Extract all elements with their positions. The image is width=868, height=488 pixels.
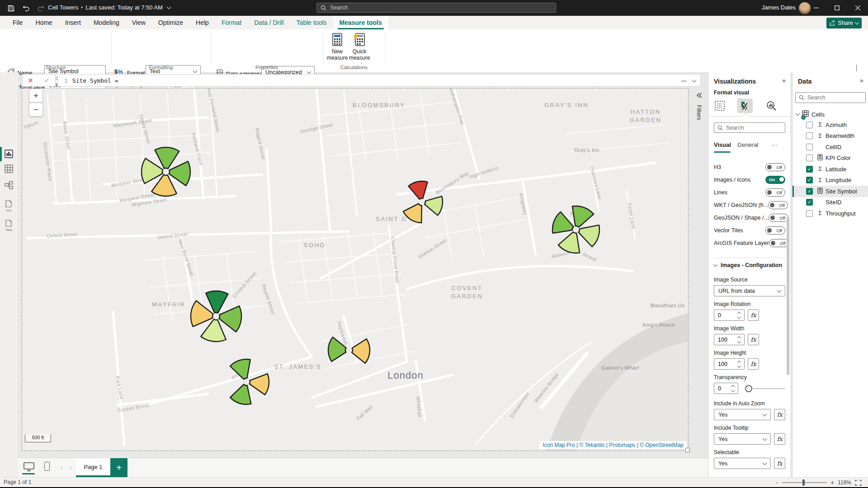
table-view-icon[interactable] [5, 164, 14, 174]
format-visual-icon[interactable] [737, 99, 753, 113]
cancel-formula-icon[interactable]: × [28, 76, 33, 84]
sector-wedge[interactable] [408, 181, 427, 199]
field-row-longitude[interactable]: ✓ΣLongitude [793, 175, 868, 186]
checkbox-unchecked[interactable] [806, 155, 813, 161]
ribbon-tab-data-drill[interactable]: Data / Drill [248, 16, 290, 29]
report-view-icon[interactable] [5, 150, 14, 159]
zoom-out-icon[interactable]: - [776, 479, 778, 486]
sector-wedge[interactable] [558, 232, 580, 253]
share-button[interactable]: Share [826, 18, 862, 28]
tmdl-view-icon[interactable]: TMDL [5, 220, 14, 229]
ribbon-tab-measure-tools[interactable]: Measure tools [333, 16, 388, 29]
images-configuration-section[interactable]: Images - Configuration [714, 262, 782, 268]
cell-tower-site-marker[interactable] [328, 337, 370, 363]
sector-wedge[interactable] [169, 161, 190, 186]
collapse-panel-icon[interactable]: » [860, 76, 863, 84]
quick-measure-button[interactable]: Quick measure [346, 33, 373, 61]
filters-pane-collapsed[interactable]: Filters [692, 89, 707, 450]
config-dropdown[interactable]: URL from data [714, 285, 785, 296]
sector-wedge[interactable] [403, 204, 422, 223]
expand-filters-icon[interactable] [696, 92, 703, 99]
sector-wedge[interactable] [230, 385, 251, 404]
fit-to-page-icon[interactable] [855, 480, 862, 486]
tab-visual[interactable]: Visual [714, 141, 731, 148]
minimize-button[interactable] [806, 0, 826, 16]
ribbon-tab-insert[interactable]: Insert [59, 16, 87, 29]
ribbon-tab-file[interactable]: File [6, 16, 29, 29]
fx-button[interactable]: fx [748, 334, 759, 345]
cell-tower-sites[interactable] [22, 89, 688, 450]
cell-tower-site-marker[interactable] [552, 206, 599, 253]
toggle-off[interactable]: Off [765, 226, 785, 235]
sector-wedge[interactable] [572, 206, 594, 227]
field-row-site-symbol[interactable]: ✓Site Symbol [793, 186, 868, 197]
sector-wedge[interactable] [155, 147, 179, 169]
format-search-input[interactable]: Search [714, 122, 785, 133]
field-row-kpi-color[interactable]: KPI Color [793, 153, 868, 164]
ribbon-tab-format[interactable]: Format [215, 16, 248, 29]
previous-page-icon[interactable]: ‹ [61, 463, 63, 471]
close-button[interactable] [847, 0, 868, 16]
sector-wedge[interactable] [579, 225, 599, 247]
config-dropdown[interactable]: Yes [714, 458, 771, 469]
sector-wedge[interactable] [230, 359, 250, 379]
collapse-panel-icon[interactable]: » [782, 76, 786, 84]
config-number-input[interactable]: 0 [714, 383, 738, 394]
cell-tower-site-marker[interactable] [191, 291, 241, 342]
fx-button[interactable]: fx [774, 409, 785, 420]
table-node-cells[interactable]: ✓ Cells [796, 110, 825, 118]
maximize-button[interactable] [826, 0, 847, 16]
fx-button[interactable]: fx [774, 433, 785, 445]
checkbox-checked[interactable]: ✓ [806, 177, 813, 183]
map-zoom-in-button[interactable]: + [29, 89, 43, 103]
checkbox-unchecked[interactable] [806, 122, 813, 128]
panel-scrollbar[interactable] [787, 217, 789, 375]
cell-tower-site-marker[interactable] [142, 147, 190, 196]
fx-button[interactable]: fx [774, 458, 785, 469]
desktop-layout-icon[interactable] [24, 462, 34, 473]
config-number-input[interactable]: 100 [714, 358, 745, 370]
config-number-input[interactable]: 0 [714, 310, 745, 321]
config-number-input[interactable]: 100 [714, 334, 745, 345]
formula-bar[interactable]: 1 Site Symbol = [57, 74, 701, 87]
mobile-layout-icon[interactable] [44, 462, 50, 471]
global-search-input[interactable]: Search [316, 3, 556, 13]
map-attribution[interactable]: Icon Map Pro | © Tekantis | Protomaps | … [539, 441, 687, 449]
checkbox-unchecked[interactable] [806, 144, 813, 150]
cell-tower-site-marker[interactable] [230, 359, 269, 404]
page-tab[interactable]: Page 1 [76, 458, 110, 477]
transparency-slider[interactable] [745, 385, 785, 392]
ribbon-tab-view[interactable]: View [126, 16, 152, 29]
ribbon-tab-optimize[interactable]: Optimize [152, 16, 189, 29]
ribbon-tab-help[interactable]: Help [189, 16, 215, 29]
commit-formula-icon[interactable]: ✓ [44, 76, 50, 84]
checkbox-checked[interactable]: ✓ [806, 188, 813, 195]
analytics-icon[interactable] [764, 99, 779, 113]
cell-tower-site-marker[interactable] [403, 181, 443, 223]
toggle-off[interactable]: Off [765, 163, 785, 171]
sector-wedge[interactable] [552, 212, 574, 233]
sector-wedge[interactable] [206, 291, 228, 313]
checkbox-checked[interactable]: ✓ [806, 199, 813, 206]
toggle-on[interactable]: On [765, 176, 785, 184]
zoom-in-icon[interactable]: + [830, 479, 834, 486]
formula-bar-resize-icon[interactable] [681, 80, 686, 82]
field-row-beamwidth[interactable]: ΣBeamwidth [793, 131, 868, 142]
redo-icon[interactable] [36, 4, 45, 13]
toggle-off[interactable]: Off [769, 214, 788, 222]
toggle-off[interactable]: Off [768, 201, 788, 209]
toggle-off[interactable]: Off [769, 239, 789, 247]
tab-general[interactable]: General [737, 141, 758, 148]
sector-wedge[interactable] [191, 301, 213, 327]
tab-more[interactable]: ··· [772, 141, 778, 148]
model-view-icon[interactable] [5, 181, 14, 190]
zoom-slider-handle[interactable] [802, 479, 805, 486]
fx-button[interactable]: fx [748, 310, 759, 321]
checkbox-unchecked[interactable] [806, 132, 813, 139]
sector-wedge[interactable] [352, 339, 370, 363]
icon-map-visual[interactable]: BLOOMSBURYGRAY'S INNHATTONGARDENGray's I… [22, 89, 688, 450]
sector-wedge[interactable] [425, 196, 443, 215]
build-visual-icon[interactable] [712, 99, 727, 113]
config-dropdown[interactable]: Yes [714, 433, 771, 445]
checkbox-unchecked[interactable] [806, 210, 813, 217]
